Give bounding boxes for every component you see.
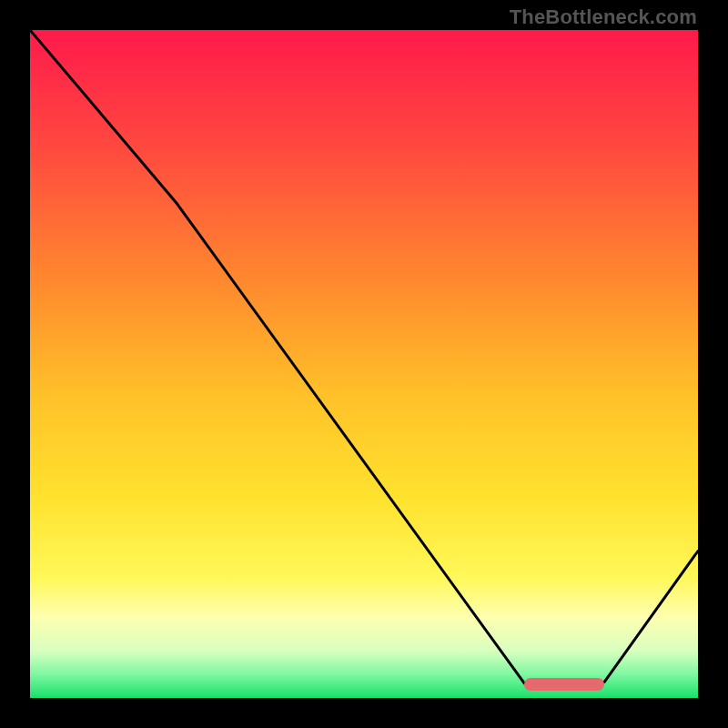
plot-area — [30, 30, 698, 698]
optimum-marker — [524, 678, 604, 691]
watermark-text: TheBottleneck.com — [510, 5, 697, 29]
chart-frame: TheBottleneck.com — [0, 0, 728, 728]
bottleneck-curve — [30, 30, 698, 698]
